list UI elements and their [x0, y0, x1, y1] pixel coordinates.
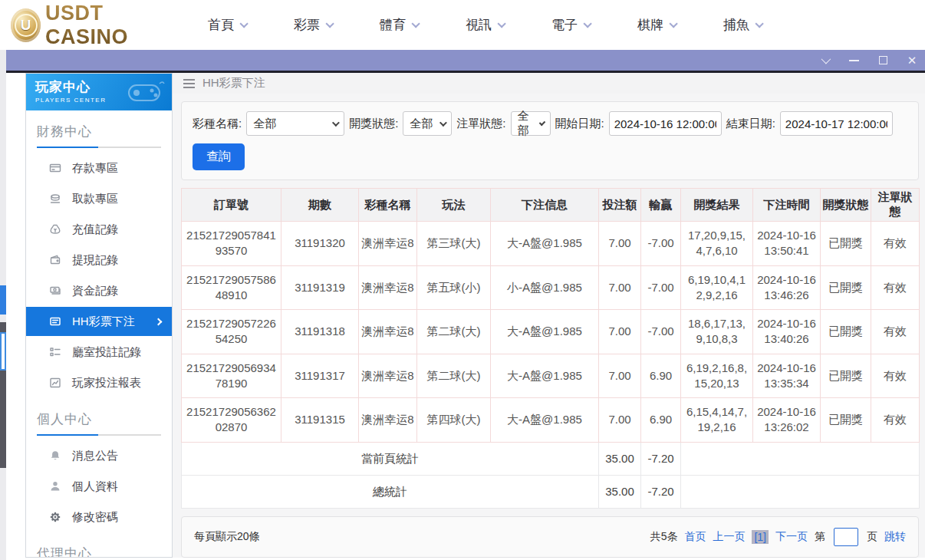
- first-page-link[interactable]: 首页: [684, 530, 706, 544]
- sidebar-item[interactable]: 修改密碼: [26, 502, 172, 532]
- maximize-button[interactable]: [877, 55, 888, 66]
- chevron-down-icon: [497, 19, 505, 28]
- table-cell: 7.00: [599, 310, 641, 354]
- table-cell: 6,19,2,16,8,15,20,13: [681, 354, 753, 398]
- bets-table-wrap: 訂單號期數彩種名稱玩法下注信息投注額輸贏開獎結果下注時間開獎狀態注單狀態 215…: [181, 188, 919, 509]
- table-cell: 有效: [871, 354, 920, 398]
- column-header: 開獎狀態: [821, 189, 871, 222]
- nav-item[interactable]: 捕魚: [723, 16, 761, 34]
- nav-item[interactable]: 彩票: [294, 16, 331, 34]
- profile-icon: [49, 480, 61, 492]
- close-button[interactable]: ✕: [907, 55, 917, 66]
- prev-page-link[interactable]: 上一页: [713, 530, 745, 544]
- chevron-down-icon: [669, 19, 677, 28]
- sidebar-item[interactable]: 消息公告: [26, 440, 172, 471]
- withdraw-icon: [49, 193, 61, 205]
- lottery-type-select[interactable]: 全部: [246, 111, 344, 136]
- sidebar-item-label: 玩家投注報表: [72, 376, 141, 390]
- sidebar-item-label: 消息公告: [72, 449, 118, 463]
- table-cell: 2152172905636202870: [182, 398, 281, 443]
- nav-item[interactable]: 電子: [551, 16, 589, 34]
- table-cell: 2152172905722654250: [182, 310, 281, 354]
- jump-page-input[interactable]: [834, 528, 858, 546]
- coin-letter: U: [15, 14, 38, 37]
- table-cell: 已開獎: [821, 265, 871, 310]
- top-navbar: U USDT CASINO 首頁彩票體育視訊電子棋牌捕魚: [0, 0, 925, 50]
- section-underline: [37, 434, 161, 436]
- breadcrumb-title: HH彩票下注: [202, 76, 265, 91]
- start-date-input[interactable]: [609, 111, 722, 136]
- table-cell: 31191320: [281, 222, 359, 266]
- window-titlebar: ✕: [6, 50, 925, 73]
- column-header: 彩種名稱: [359, 189, 417, 222]
- nav-item-label: 電子: [551, 16, 578, 34]
- column-header: 下注信息: [491, 189, 599, 222]
- nav-item[interactable]: 體育: [380, 16, 417, 34]
- sidebar-item[interactable]: 廳室投註記錄: [26, 337, 172, 367]
- sidebar-item[interactable]: 提現記錄: [26, 245, 172, 275]
- table-cell: 澳洲幸运8: [359, 222, 417, 266]
- sidebar-item-label: 取款專區: [72, 192, 118, 206]
- sidebar-item[interactable]: 玩家投注報表: [26, 367, 172, 398]
- start-date-label: 開始日期:: [555, 117, 604, 131]
- summary-cell: [681, 475, 920, 508]
- query-button[interactable]: 查詢: [193, 143, 245, 170]
- table-row: 215217290563620287031191315澳洲幸运8第四球(大)大-…: [182, 398, 920, 443]
- chevron-down-icon: [539, 119, 546, 126]
- nav-item[interactable]: 視訊: [466, 16, 503, 34]
- table-cell: 澳洲幸运8: [359, 310, 417, 354]
- usdt-coin-icon: U: [11, 8, 41, 42]
- end-date-label: 結束日期:: [726, 117, 775, 131]
- column-header: 下注時間: [753, 189, 821, 222]
- draw-status-select[interactable]: 全部: [403, 111, 452, 136]
- window-dropdown-chevron-icon[interactable]: [819, 55, 830, 66]
- table-cell: 已開獎: [821, 310, 871, 354]
- next-page-link[interactable]: 下一页: [775, 530, 808, 544]
- sidebar-item[interactable]: 存款專區: [26, 153, 172, 183]
- summary-cell: [681, 442, 920, 475]
- nav-item-label: 體育: [380, 16, 406, 34]
- nav-item[interactable]: 首頁: [208, 16, 245, 34]
- sidebar-item-label: 個人資料: [72, 479, 118, 494]
- table-cell: -7.00: [641, 222, 681, 266]
- table-cell: 第四球(大): [417, 398, 491, 443]
- room-bet-record-icon: [49, 346, 61, 358]
- column-header: 玩法: [417, 189, 491, 222]
- table-cell: 31191319: [281, 265, 359, 310]
- table-cell: 7.00: [599, 398, 641, 443]
- sidebar-item[interactable]: 取款專區: [26, 183, 172, 214]
- sidebar-item[interactable]: HH彩票下注: [26, 307, 172, 336]
- table-cell: 大-A盤@1.985: [491, 354, 599, 398]
- chevron-down-icon: [332, 119, 340, 127]
- table-cell: 澳洲幸运8: [359, 398, 417, 443]
- jump-prefix-label: 第: [815, 530, 825, 544]
- table-cell: 17,20,9,15,4,7,6,10: [681, 222, 753, 266]
- table-cell: 2152172905758648910: [182, 265, 281, 310]
- sidebar-item[interactable]: 個人資料: [26, 471, 172, 502]
- sidebar-item[interactable]: 資金記錄: [26, 275, 172, 306]
- table-cell: 2152172905784193570: [182, 222, 281, 266]
- sidebar-sections: 財務中心存款專區取款專區充值記錄提現記錄資金記錄HH彩票下注廳室投註記錄玩家投注…: [26, 123, 172, 558]
- sidebar: 玩家中心 PLAYERS CENTER 財務中心存款專區取款專區充值記錄提現記錄…: [25, 73, 173, 558]
- table-cell: 7.00: [599, 265, 641, 310]
- chevron-down-icon: [411, 19, 420, 28]
- column-header: 投注額: [599, 189, 641, 222]
- minimize-button[interactable]: [848, 55, 859, 66]
- site-logo[interactable]: U USDT CASINO: [11, 2, 176, 49]
- sidebar-item-label: 提現記錄: [72, 253, 118, 268]
- table-cell: -7.00: [641, 310, 681, 354]
- jump-action-link[interactable]: 跳转: [884, 530, 906, 544]
- end-date-input[interactable]: [780, 111, 893, 136]
- table-cell: 31191318: [281, 310, 359, 354]
- order-status-select[interactable]: 全部: [511, 111, 551, 136]
- sidebar-item[interactable]: 充值記錄: [26, 214, 172, 245]
- hamburger-menu-icon[interactable]: [183, 79, 195, 88]
- nav-item-label: 捕魚: [723, 16, 749, 34]
- background-page-strip: [0, 50, 6, 560]
- funds-record-icon: [49, 285, 61, 297]
- sidebar-item-label: HH彩票下注: [72, 315, 135, 329]
- table-cell: 2024-10-16 13:50:41: [753, 222, 821, 266]
- sidebar-item-label: 充值記錄: [72, 222, 118, 237]
- nav-item[interactable]: 棋牌: [637, 16, 675, 34]
- table-cell: 小-A盤@1.985: [491, 265, 599, 310]
